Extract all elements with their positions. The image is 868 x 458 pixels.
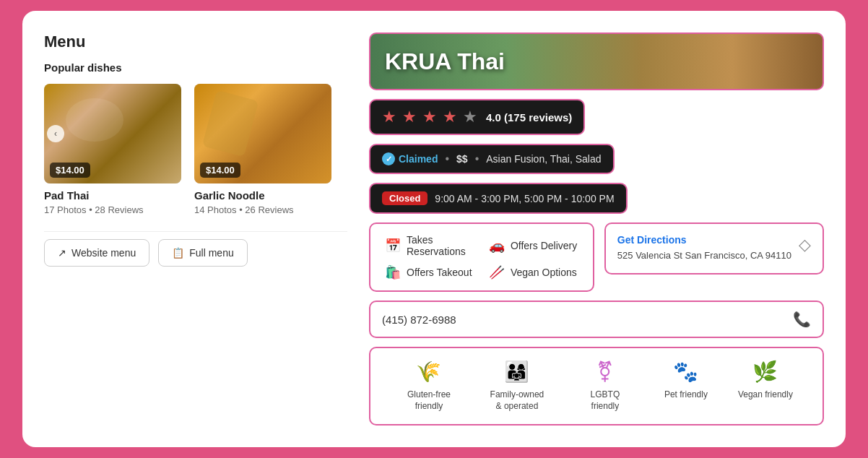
attr-lgbtq: ⚧ LGBTQ friendly [576,360,634,412]
pad-thai-name: Pad Thai [44,189,181,202]
rating-text: 4.0 (175 reviews) [486,111,572,124]
feature-label-reservations: Takes Reservations [407,234,474,257]
website-menu-label: Website menu [71,247,136,259]
vegan-friendly-label: Vegan friendly [738,389,793,401]
closed-badge: Closed [382,191,428,205]
features-grid: 📅 Takes Reservations 🚗 Offers Delivery 🛍… [385,234,578,280]
claimed-badge: ✓ Claimed [382,152,438,165]
feature-takes-reservations: 📅 Takes Reservations [385,234,474,257]
bottom-row: 📅 Takes Reservations 🚗 Offers Delivery 🛍… [369,222,824,292]
garlic-noodle-name: Garlic Noodle [194,189,331,202]
phone-row: (415) 872-6988 📞 [369,301,824,338]
attr-pet-friendly: 🐾 Pet friendly [664,360,708,412]
website-menu-button[interactable]: ↗ Website menu [44,239,149,267]
menu-title: Menu [44,33,347,51]
attr-vegan-friendly: 🌿 Vegan friendly [738,360,793,412]
vegan-friendly-icon: 🌿 [752,360,778,384]
directions-box: Get Directions 525 Valencia St San Franc… [604,222,824,274]
info-row: ✓ Claimed • $$ • Asian Fusion, Thai, Sal… [369,144,615,174]
restaurant-banner: KRUA Thai [369,33,824,90]
left-panel: Menu Popular dishes ‹ $14.00 Pad Thai 17… [44,33,347,425]
star-1: ★ [382,108,396,126]
rating-row: ★ ★ ★ ★ ★ 4.0 (175 reviews) [369,99,585,135]
full-menu-button[interactable]: 📋 Full menu [158,239,247,267]
lgbtq-icon: ⚧ [596,360,613,384]
lgbtq-label: LGBTQ friendly [576,389,634,412]
attr-family-owned: 👨‍👩‍👧 Family-owned & operated [488,360,546,412]
right-panel: KRUA Thai ★ ★ ★ ★ ★ 4.0 (175 reviews) ✓ … [369,33,824,425]
separator-1: • [445,152,449,165]
restaurant-name: KRUA Thai [370,48,505,75]
dishes-row: ‹ $14.00 Pad Thai 17 Photos • 28 Reviews… [44,84,347,215]
star-4: ★ [443,108,457,126]
garlic-noodle-meta: 14 Photos • 26 Reviews [194,204,331,215]
divider [44,231,347,232]
dish-card-garlic-noodle: $14.00 Garlic Noodle 14 Photos • 26 Revi… [194,84,331,215]
feature-label-takeout: Offers Takeout [407,267,472,278]
dish-card-pad-thai: ‹ $14.00 Pad Thai 17 Photos • 28 Reviews [44,84,181,215]
categories: Asian Fusion, Thai, Salad [486,153,601,165]
dish-image-pad-thai: ‹ $14.00 [44,84,181,183]
feature-vegan-options: 🥢 Vegan Options [489,264,578,280]
hours-text: 9:00 AM - 3:00 PM, 5:00 PM - 10:00 PM [435,193,614,204]
dish-nav-arrow[interactable]: ‹ [47,125,64,142]
delivery-icon: 🚗 [489,238,505,254]
full-menu-label: Full menu [189,247,233,259]
price-level: $$ [456,153,468,165]
separator-2: • [475,152,479,165]
claimed-label: Claimed [399,153,438,165]
features-box: 📅 Takes Reservations 🚗 Offers Delivery 🛍… [369,222,594,292]
claimed-check-icon: ✓ [382,152,395,165]
phone-number: (415) 872-6988 [382,314,456,326]
external-link-icon: ↗ [58,247,66,259]
feature-label-vegan: Vegan Options [511,267,577,278]
address-text: 525 Valencia St San Francisco, CA 94110 [617,250,791,261]
directions-icon: ◇ [799,236,811,254]
pad-thai-meta: 17 Photos • 28 Reviews [44,204,181,215]
phone-icon[interactable]: 📞 [793,311,811,328]
directions-text-wrap: Get Directions 525 Valencia St San Franc… [617,234,791,262]
feature-offers-takeout: 🛍️ Offers Takeout [385,264,474,280]
vegan-icon: 🥢 [489,264,505,280]
pad-thai-price: $14.00 [50,163,90,178]
pet-friendly-label: Pet friendly [664,389,708,401]
calendar-icon: 📅 [385,238,401,254]
feature-label-delivery: Offers Delivery [511,240,577,251]
takeout-icon: 🛍️ [385,264,401,280]
hours-row: Closed 9:00 AM - 3:00 PM, 5:00 PM - 10:0… [369,183,628,214]
star-3: ★ [422,108,437,126]
feature-offers-delivery: 🚗 Offers Delivery [489,234,578,257]
main-card: Menu Popular dishes ‹ $14.00 Pad Thai 17… [22,11,846,446]
attr-gluten-free: 🌾 Gluten-free friendly [400,360,458,412]
menu-buttons: ↗ Website menu 📋 Full menu [44,239,347,267]
popular-dishes-label: Popular dishes [44,61,347,74]
attributes-row: 🌾 Gluten-free friendly 👨‍👩‍👧 Family-owne… [369,347,824,425]
gluten-free-icon: 🌾 [416,360,441,384]
pet-friendly-icon: 🐾 [673,360,698,384]
get-directions-link[interactable]: Get Directions [617,234,791,246]
gluten-free-label: Gluten-free friendly [400,389,458,412]
family-owned-label: Family-owned & operated [488,389,546,412]
family-owned-icon: 👨‍👩‍👧 [504,360,529,384]
star-5: ★ [463,108,477,126]
dish-image-garlic-noodle: $14.00 [194,84,331,183]
menu-icon: 📋 [172,247,184,259]
star-2: ★ [402,108,417,126]
garlic-noodle-price: $14.00 [200,163,240,178]
